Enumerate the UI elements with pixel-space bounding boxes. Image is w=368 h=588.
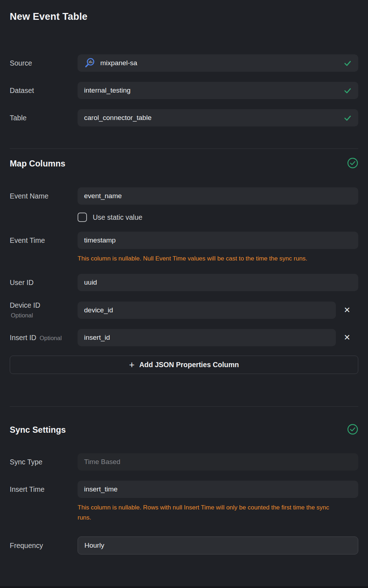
insert-id-remove-button[interactable]: ✕ <box>336 329 358 346</box>
source-label: Source <box>10 59 78 67</box>
table-label: Table <box>10 114 78 122</box>
use-static-value-label: Use static value <box>93 213 143 222</box>
use-static-value-row: Use static value <box>10 213 358 222</box>
source-field[interactable]: mixpanel-sa <box>78 54 358 72</box>
frequency-value: Hourly <box>84 542 104 549</box>
device-id-label-block: Device ID Optional <box>10 301 78 319</box>
insert-id-label: Insert ID <box>10 334 36 342</box>
dataset-row: Dataset internal_testing <box>10 82 358 99</box>
table-valid-check-icon <box>343 114 352 122</box>
new-event-table-form: New Event Table Source mixpanel-sa <box>0 11 368 554</box>
event-name-label: Event Name <box>10 192 78 200</box>
dataset-value: internal_testing <box>84 86 131 94</box>
connection-section: Source mixpanel-sa Dataset <box>10 54 358 126</box>
table-value: carol_connector_table <box>84 114 152 122</box>
device-id-label: Device ID <box>10 301 78 309</box>
insert-id-optional-label: Optional <box>40 335 62 341</box>
device-id-row: Device ID Optional device_id ✕ <box>10 301 358 319</box>
bottom-edge-strip <box>0 586 368 588</box>
insert-time-row: Insert Time insert_time <box>10 481 358 498</box>
device-id-value: device_id <box>84 306 113 314</box>
insert-time-warning-row: This column is nullable. Rows with null … <box>10 498 358 523</box>
event-time-row: Event Time timestamp <box>10 232 358 249</box>
frequency-row: Frequency Hourly <box>10 536 358 554</box>
close-icon: ✕ <box>344 306 350 315</box>
insert-time-field[interactable]: insert_time <box>78 481 358 498</box>
add-json-properties-column-button[interactable]: + Add JSON Properties Column <box>10 356 358 374</box>
device-id-optional-label: Optional <box>11 312 78 319</box>
user-id-row: User ID uuid <box>10 274 358 291</box>
sync-type-row: Sync Type Time Based <box>10 453 358 471</box>
section-divider <box>10 406 358 407</box>
event-name-field[interactable]: event_name <box>78 187 358 205</box>
frequency-field[interactable]: Hourly <box>78 536 358 554</box>
source-value: mixpanel-sa <box>100 59 137 67</box>
insert-time-value: insert_time <box>84 485 118 493</box>
sync-type-field: Time Based <box>78 453 358 471</box>
dataset-label: Dataset <box>10 86 78 95</box>
use-static-value-checkbox[interactable] <box>78 213 87 222</box>
add-json-properties-column-label: Add JSON Properties Column <box>139 361 239 369</box>
close-icon: ✕ <box>344 333 350 342</box>
page-title: New Event Table <box>10 11 358 23</box>
insert-id-label-block: Insert IDOptional <box>10 334 78 342</box>
user-id-field[interactable]: uuid <box>78 274 358 291</box>
dataset-valid-check-icon <box>343 86 352 95</box>
insert-time-nullable-warning: This column is nullable. Rows with null … <box>78 503 332 523</box>
dataset-field[interactable]: internal_testing <box>78 82 358 99</box>
event-time-label: Event Time <box>10 236 78 245</box>
section-divider <box>10 148 358 149</box>
user-id-label: User ID <box>10 279 78 287</box>
plus-icon: + <box>129 360 135 369</box>
map-columns-heading: Map Columns <box>10 159 65 169</box>
map-columns-section: Map Columns Event Name event_name Use st… <box>10 158 358 374</box>
table-row: Table carol_connector_table <box>10 109 358 126</box>
device-id-remove-button[interactable]: ✕ <box>336 302 358 319</box>
source-valid-check-icon <box>343 59 352 67</box>
insert-id-value: insert_id <box>84 334 110 342</box>
event-time-nullable-warning: This column is nullable. Null Event Time… <box>78 254 332 264</box>
event-time-value: timestamp <box>84 236 116 244</box>
insert-id-field[interactable]: insert_id <box>78 329 336 346</box>
map-columns-complete-icon <box>347 157 358 170</box>
sync-settings-section: Sync Settings Sync Type Time Based Inser… <box>10 424 358 554</box>
table-field[interactable]: carol_connector_table <box>78 109 358 126</box>
sync-type-value: Time Based <box>84 458 121 466</box>
event-time-field[interactable]: timestamp <box>78 232 358 249</box>
frequency-label: Frequency <box>10 542 78 550</box>
mixpanel-logo-icon <box>84 58 95 68</box>
sync-settings-heading: Sync Settings <box>10 425 66 435</box>
user-id-value: uuid <box>84 279 97 286</box>
source-row: Source mixpanel-sa <box>10 54 358 72</box>
insert-time-label: Insert Time <box>10 485 78 494</box>
insert-id-row: Insert IDOptional insert_id ✕ <box>10 329 358 346</box>
event-time-warning-row: This column is nullable. Null Event Time… <box>10 249 358 264</box>
device-id-field[interactable]: device_id <box>78 302 336 319</box>
sync-type-label: Sync Type <box>10 458 78 466</box>
event-name-value: event_name <box>84 192 122 200</box>
sync-settings-complete-icon <box>347 424 358 436</box>
event-name-row: Event Name event_name <box>10 187 358 205</box>
